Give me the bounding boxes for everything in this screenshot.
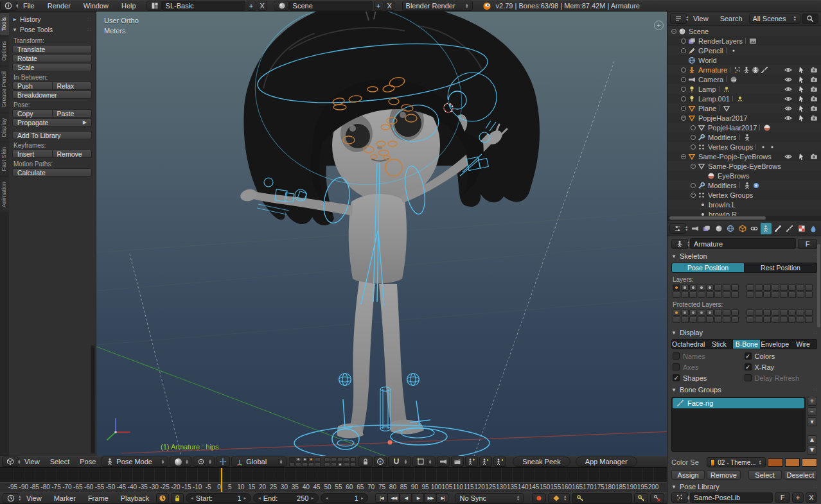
layer-cell[interactable]: [337, 457, 343, 462]
layer-cell[interactable]: [706, 291, 714, 298]
selectability-toggle-icon[interactable]: [797, 94, 806, 103]
shelf-tab-fast-skin[interactable]: Fast Skin: [0, 143, 9, 176]
expand-dot-icon[interactable]: [689, 125, 697, 130]
mode-octahedral[interactable]: Octahedral: [671, 339, 705, 349]
layer-cell[interactable]: [315, 462, 321, 467]
outliner-row-popjehaar2017[interactable]: −PopjeHaar2017: [667, 113, 821, 123]
tab-scene[interactable]: [713, 223, 724, 234]
layer-cell[interactable]: [788, 309, 796, 316]
add-layout-button[interactable]: +: [247, 1, 256, 11]
editor-type-3dview-icon[interactable]: [2, 456, 19, 467]
editor-type-properties-icon[interactable]: [669, 223, 686, 234]
propagate-button[interactable]: Propagate▶: [12, 118, 92, 126]
panel-history[interactable]: ► History∷: [12, 14, 92, 24]
layer-cell[interactable]: [344, 462, 349, 467]
layer-cell[interactable]: [698, 284, 705, 291]
layer-cell[interactable]: [763, 284, 771, 291]
section-display[interactable]: ▼Display∷: [667, 327, 821, 338]
layer-cell[interactable]: [723, 317, 730, 323]
layer-cell[interactable]: [706, 317, 714, 323]
layer-cell[interactable]: [772, 284, 779, 291]
shelf-tab-animation[interactable]: Animation: [0, 177, 9, 212]
outliner-row-vertex-groups[interactable]: −Vertex Groups: [667, 190, 821, 200]
scene-name[interactable]: Scene: [289, 1, 373, 11]
shelf-tab-display[interactable]: Display: [0, 114, 9, 142]
selectability-toggle-icon[interactable]: [797, 104, 806, 113]
bone-groups-list[interactable]: Face-rig: [671, 397, 806, 452]
outliner-row-armature[interactable]: Armature: [667, 65, 821, 74]
scene-icon[interactable]: [274, 1, 289, 11]
render-opengl-icon[interactable]: [437, 456, 450, 467]
layer-cell[interactable]: [780, 317, 788, 323]
selectability-toggle-icon[interactable]: [797, 85, 806, 94]
mode-wire[interactable]: Wire: [790, 339, 817, 349]
layer-cell[interactable]: [772, 317, 779, 323]
tab-object-data[interactable]: [761, 223, 772, 234]
jump-to-start-button[interactable]: |◀: [375, 493, 387, 503]
layer-cell[interactable]: [689, 291, 697, 298]
layer-cell[interactable]: [681, 291, 689, 298]
layer-cell[interactable]: [714, 291, 722, 298]
layer-cell[interactable]: [714, 317, 722, 323]
layer-cell[interactable]: [308, 462, 314, 467]
viewport-3d[interactable]: User Ortho Meters (1) Armature : hips +: [96, 12, 667, 456]
render-engine-dropdown[interactable]: Blender Render: [402, 1, 473, 11]
expand-dot-icon[interactable]: [680, 87, 687, 92]
layer-cell[interactable]: [324, 462, 330, 467]
layer-cell[interactable]: [296, 457, 301, 462]
shelf-tab-tools[interactable]: Tools: [0, 13, 9, 35]
mode-dropdown[interactable]: Pose Mode: [102, 456, 168, 467]
time-indicator-icon[interactable]: [156, 493, 169, 503]
add-scene-button[interactable]: +: [374, 1, 384, 11]
menu-help[interactable]: Help: [115, 2, 143, 10]
expand-dot-icon[interactable]: [680, 39, 687, 44]
relax-button[interactable]: Relax: [53, 82, 93, 90]
add-bone-group-button[interactable]: +: [807, 397, 817, 406]
move-group-up-icon[interactable]: ▲: [807, 435, 817, 444]
tool-shelf-scrollbar[interactable]: [91, 345, 95, 454]
layer-cell[interactable]: [763, 309, 771, 316]
menu-window[interactable]: Window: [77, 2, 115, 10]
outliner-row-browin-r[interactable]: browIn.R: [667, 209, 821, 216]
color-set-dropdown[interactable]: 02 - Theme...: [707, 457, 766, 467]
collapse-icon[interactable]: −: [680, 116, 687, 121]
expand-dot-icon[interactable]: [689, 183, 697, 188]
outliner-row-plane[interactable]: Plane: [667, 103, 821, 113]
copy-pose-icon[interactable]: [465, 456, 478, 467]
menu-outliner-search[interactable]: Search: [715, 15, 748, 22]
menu-file[interactable]: File: [17, 2, 41, 10]
editor-type-timeline-icon[interactable]: [3, 493, 19, 503]
expand-dot-icon[interactable]: [680, 96, 687, 101]
mode-b-bone[interactable]: B-Bone: [733, 339, 761, 349]
layer-cell[interactable]: [788, 317, 796, 323]
keying-set-dropdown[interactable]: [548, 493, 570, 503]
list-item-face-rig[interactable]: Face-rig: [673, 398, 804, 408]
position-pose-position[interactable]: Pose Position: [671, 263, 745, 273]
layer-cell[interactable]: [805, 291, 813, 298]
outliner-row-vertex-groups[interactable]: Vertex Groups: [667, 142, 821, 152]
layers-grid-2[interactable]: [324, 457, 356, 467]
layer-cell[interactable]: [681, 284, 689, 291]
add-to-library-button[interactable]: Add To Library: [12, 131, 92, 139]
outliner-row-gpencil[interactable]: GPencil: [667, 46, 821, 55]
scale-button[interactable]: Scale: [12, 63, 92, 71]
breakdowner-button[interactable]: Breakdowner: [12, 91, 92, 99]
poselib-name-field[interactable]: Same-PoseLib: [690, 492, 773, 503]
checkbox-shapes[interactable]: ✓Shapes: [673, 373, 745, 383]
layer-cell[interactable]: [731, 317, 739, 323]
layer-cell[interactable]: [805, 309, 813, 316]
layer-cell[interactable]: [337, 462, 343, 467]
prev-keyframe-button[interactable]: ◀◀: [387, 493, 400, 503]
layer-cell[interactable]: [746, 284, 754, 291]
render-toggle-icon[interactable]: [809, 94, 818, 103]
menu-frame[interactable]: Frame: [83, 494, 114, 502]
play-reverse-button[interactable]: ◀: [400, 493, 412, 503]
layers-grid-1[interactable]: [289, 457, 321, 467]
pivot-dropdown[interactable]: [193, 456, 215, 467]
section-skeleton[interactable]: ▼Skeleton∷: [667, 250, 821, 262]
checkbox-x-ray[interactable]: ✓X-Ray: [745, 362, 817, 372]
timeline[interactable]: -95-90-85-80-75-70-65-60-55-50-45-40-35-…: [0, 467, 667, 492]
snap-element-dropdown[interactable]: [412, 456, 436, 467]
menu-marker[interactable]: Marker: [49, 494, 81, 502]
outliner-search-input[interactable]: [802, 13, 818, 24]
